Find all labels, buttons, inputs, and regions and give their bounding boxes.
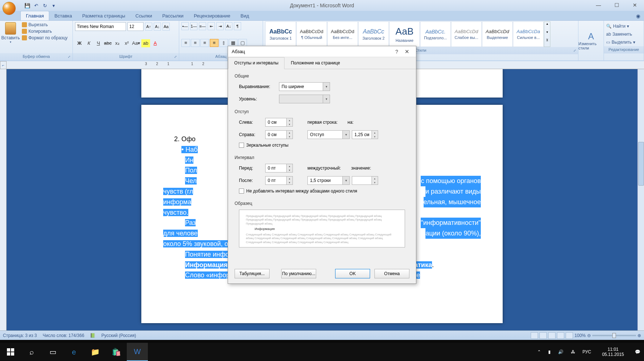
clipboard-launcher[interactable]: ⤢ — [67, 55, 71, 59]
help-icon[interactable]: ◉ — [632, 12, 644, 20]
default-button[interactable]: По умолчанию... — [281, 269, 316, 278]
align-right[interactable]: ≡ — [200, 39, 209, 47]
spacing-after-spinner[interactable]: 0 пт — [265, 176, 293, 185]
qat-customize[interactable]: ▾ — [50, 2, 57, 9]
zoom-level[interactable]: 100% — [574, 333, 586, 338]
align-center[interactable]: ≡ — [191, 39, 200, 47]
grow-font[interactable]: A↑ — [145, 23, 152, 31]
font-launcher[interactable]: ⤢ — [173, 55, 178, 59]
find-button[interactable]: 🔍Найти ▾ — [606, 22, 641, 30]
first-line-combo[interactable]: Отступ — [307, 130, 350, 139]
cut-button[interactable]: Вырезать — [22, 22, 68, 27]
view-draft[interactable] — [566, 332, 573, 339]
tray-expand-icon[interactable]: ⌃ — [534, 349, 545, 354]
view-print-layout[interactable] — [531, 332, 538, 339]
taskbar-word[interactable]: W — [127, 343, 148, 361]
style-subtle[interactable]: AaBbCcDdСлабое вы... — [451, 21, 482, 47]
styles-down[interactable]: ▾ — [544, 30, 550, 39]
mirror-indents-checkbox[interactable]: Зеркальные отступы — [239, 143, 409, 148]
indent-left-spinner[interactable]: 0 см — [265, 118, 293, 127]
first-line-by-spinner[interactable]: 1,25 см — [352, 130, 378, 139]
dialog-close-button[interactable]: ✕ — [402, 48, 412, 55]
close-button[interactable]: ✕ — [626, 0, 644, 10]
style-emphasis[interactable]: AaBbCcDdВыделение — [482, 21, 513, 47]
tab-home[interactable]: Главная — [20, 11, 49, 20]
font-size-select[interactable] — [127, 22, 144, 31]
styles-more[interactable]: ⊻ — [544, 38, 550, 47]
zoom-slider[interactable] — [592, 335, 636, 336]
style-intense[interactable]: AaBbCcDaСильное в... — [513, 21, 544, 47]
tray-clock[interactable]: 11:0105.11.2015 — [595, 347, 631, 357]
paste-button[interactable]: Вставить▾ — [2, 22, 19, 44]
clear-format[interactable]: Aa — [162, 23, 170, 31]
view-web[interactable] — [548, 332, 555, 339]
dialog-tab-position[interactable]: Положение на странице — [284, 57, 346, 69]
tray-notifications-icon[interactable]: 💬 — [631, 349, 644, 354]
vertical-scrollbar[interactable] — [637, 69, 644, 330]
tab-review[interactable]: Рецензирование — [189, 11, 235, 20]
tray-language[interactable]: РУС — [579, 349, 595, 354]
line-spacing[interactable]: ‡ — [219, 39, 228, 47]
tab-mailings[interactable]: Рассылки — [157, 11, 189, 20]
status-language[interactable]: Русский (Россия) — [101, 333, 136, 338]
line-at-spinner[interactable] — [352, 176, 378, 185]
font-name-select[interactable] — [75, 22, 126, 31]
strike-button[interactable]: abc — [103, 39, 112, 47]
style-heading1[interactable]: AaBbCcЗаголовок 1 — [265, 21, 296, 47]
line-spacing-combo[interactable]: 1,5 строки — [307, 176, 350, 185]
multilevel-button[interactable]: ≡— — [199, 22, 206, 30]
bullets-button[interactable]: •— — [181, 22, 189, 30]
maximize-button[interactable]: ☐ — [608, 0, 626, 10]
status-page[interactable]: Страница: 3 из 3 — [3, 333, 37, 338]
style-title[interactable]: АаВНазвание — [389, 21, 420, 47]
task-view-button[interactable]: ▭ — [42, 343, 63, 361]
underline-button[interactable]: Ч — [94, 39, 103, 47]
numbering-button[interactable]: 1— — [190, 22, 197, 30]
replace-button[interactable]: abЗаменить — [606, 30, 641, 38]
subscript-button[interactable]: x₂ — [113, 39, 122, 47]
style-subtitle[interactable]: AaBbCc.Подзаголо... — [420, 21, 451, 47]
indent-right-spinner[interactable]: 0 см — [265, 130, 293, 139]
shrink-font[interactable]: A↓ — [154, 23, 161, 31]
taskbar-explorer[interactable]: 📁 — [85, 343, 106, 361]
change-case-button[interactable]: Aa▾ — [132, 39, 141, 47]
spacing-before-spinner[interactable]: 0 пт — [265, 164, 293, 172]
search-button[interactable]: ⌕ — [21, 343, 42, 361]
dialog-help-button[interactable]: ? — [392, 49, 402, 55]
minimize-button[interactable]: — — [589, 0, 608, 10]
style-nospacing[interactable]: AaBbCcDdБез инте... — [327, 21, 358, 47]
copy-button[interactable]: Копировать — [22, 29, 68, 34]
outdent-button[interactable]: ⇤ — [208, 22, 215, 30]
qat-save[interactable]: 💾 — [24, 2, 31, 9]
view-fullscreen[interactable] — [539, 332, 547, 339]
select-button[interactable]: ▭Выделить ▾ — [606, 38, 641, 46]
sort-button[interactable]: A↓ — [225, 22, 232, 30]
italic-button[interactable]: К — [85, 39, 93, 47]
status-words[interactable]: Число слов: 174/366 — [43, 333, 84, 338]
taskbar-edge[interactable]: ｅ — [63, 343, 85, 361]
style-heading2[interactable]: AaBbCcЗаголовок 2 — [358, 21, 389, 47]
zoom-in-button[interactable]: ⊕ — [637, 333, 641, 338]
style-normal[interactable]: AaBbCcDd¶ Обычный — [296, 21, 327, 47]
vertical-ruler[interactable] — [0, 69, 7, 330]
office-button[interactable] — [0, 0, 17, 11]
tray-network-icon[interactable]: 🖧 — [567, 349, 579, 354]
align-left[interactable]: ≡ — [181, 39, 190, 47]
zoom-out-button[interactable]: ⊖ — [587, 333, 591, 338]
start-button[interactable] — [0, 343, 21, 361]
change-styles-button[interactable]: A Изменить стили — [578, 21, 604, 60]
show-marks-button[interactable]: ¶ — [234, 22, 241, 30]
styles-launcher[interactable]: ⤢ — [573, 49, 577, 53]
tab-references[interactable]: Ссылки — [130, 11, 157, 20]
dialog-tab-indents[interactable]: Отступы и интервалы — [228, 57, 284, 69]
tray-volume-icon[interactable]: 🔊 — [554, 349, 567, 354]
format-painter-button[interactable]: Формат по образцу — [22, 35, 68, 40]
font-color-button[interactable]: A — [151, 39, 160, 47]
tab-view[interactable]: Вид — [235, 11, 254, 20]
tray-battery-icon[interactable]: ▮ — [545, 349, 554, 354]
status-spellcheck-icon[interactable]: 📗 — [90, 333, 95, 338]
indent-button[interactable]: ⇥ — [216, 22, 224, 30]
alignment-combo[interactable]: По ширине — [279, 82, 330, 91]
taskbar-store[interactable]: 🛍️ — [106, 343, 127, 361]
superscript-button[interactable]: x² — [122, 39, 131, 47]
